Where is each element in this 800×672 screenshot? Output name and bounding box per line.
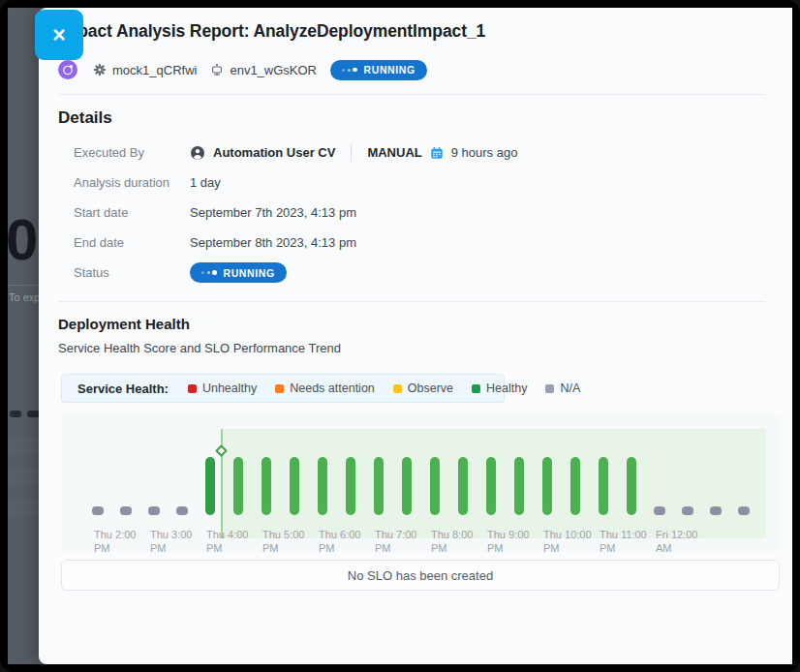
value-divider: [351, 144, 352, 162]
detail-row-status: Status RUNNING: [74, 258, 752, 288]
legend-item: Healthy: [472, 382, 527, 395]
health-bar[interactable]: [682, 506, 693, 515]
axis-tick-label: Thu 6:00PM: [319, 528, 381, 555]
legend-label: Healthy: [486, 382, 527, 395]
detail-row-end-date: End date September 8th 2023, 4:13 pm: [74, 228, 752, 258]
start-date-value: September 7th 2023, 4:13 pm: [190, 205, 356, 220]
health-bar[interactable]: [92, 506, 104, 515]
impact-analysis-drawer: Impact Analysis Report: AnalyzeDeploymen…: [39, 8, 792, 664]
status-badge-label: RUNNING: [364, 64, 415, 76]
slo-empty-text: No SLO has been created: [348, 568, 493, 583]
pipeline-name: mock1_qCRfwi: [112, 63, 197, 77]
detail-row-start-date: Start date September 7th 2023, 4:13 pm: [74, 198, 752, 228]
screenshot: 0 To exp Impact Analysis Report: Analyze…: [0, 0, 800, 672]
report-meta-row: mock1_qCRfwi env1_wGsKOR RUNNING: [58, 58, 427, 81]
axis-tick-label: Thu 11:00PM: [600, 528, 662, 555]
health-bar[interactable]: [402, 457, 412, 515]
legend-items: UnhealthyNeeds attentionObserveHealthyN/…: [188, 382, 580, 395]
detail-row-analysis-duration: Analysis duration 1 day: [74, 168, 752, 198]
health-bar[interactable]: [430, 457, 440, 515]
analysis-duration-value: 1 day: [190, 175, 221, 190]
legend-item: Observe: [393, 382, 453, 395]
axis-tick-label: Thu 7:00PM: [375, 528, 437, 555]
health-bar[interactable]: [738, 506, 750, 515]
pipeline-ref: mock1_qCRfwi: [93, 63, 197, 77]
background-row: [8, 500, 41, 517]
status-value: RUNNING: [224, 267, 275, 279]
details-heading: Details: [58, 108, 112, 128]
health-bar[interactable]: [233, 457, 243, 515]
axis-tick-label: Fri 12:00AM: [656, 528, 718, 555]
background-row: [8, 438, 41, 455]
health-bar[interactable]: [290, 457, 299, 515]
health-bar[interactable]: [205, 457, 215, 515]
legend-label: Unhealthy: [202, 382, 257, 395]
health-bar[interactable]: [318, 457, 327, 515]
page-title: Impact Analysis Report: AnalyzeDeploymen…: [58, 21, 485, 42]
axis-tick-label: Thu 5:00PM: [262, 528, 324, 555]
chart-subtitle: Service Health Score and SLO Performance…: [58, 341, 341, 355]
health-bar[interactable]: [374, 457, 384, 515]
legend-label: Needs attention: [290, 382, 375, 395]
environment-ref: env1_wGsKOR: [210, 63, 317, 77]
slo-empty-state: No SLO has been created: [61, 560, 780, 591]
legend-swatch-icon: [275, 384, 284, 393]
axis-tick-label: Thu 8:00PM: [431, 528, 493, 555]
running-dots-icon: [342, 68, 357, 73]
axis-tick-label: Thu 4:00PM: [206, 528, 268, 555]
section-divider: [58, 301, 765, 302]
health-bar[interactable]: [176, 506, 188, 515]
background-count: 0: [8, 211, 38, 269]
background-bar: [10, 411, 21, 417]
environment-name: env1_wGsKOR: [230, 63, 317, 77]
axis-tick-label: Thu 2:00PM: [94, 528, 156, 555]
legend-swatch-icon: [545, 384, 554, 393]
legend-item: Unhealthy: [188, 382, 257, 395]
health-bar[interactable]: [542, 457, 552, 515]
axis-tick-label: Thu 10:00PM: [543, 528, 605, 555]
health-bar[interactable]: [570, 457, 580, 515]
axis-tick-label: Thu 3:00PM: [150, 528, 212, 555]
legend-label: N/A: [560, 382, 580, 395]
background-divider: [8, 285, 41, 286]
health-bar[interactable]: [514, 457, 524, 515]
detail-row-executed-by: Executed By Automation User CV MANUAL: [74, 137, 752, 168]
health-bar[interactable]: [262, 457, 271, 515]
close-button[interactable]: ×: [35, 10, 83, 60]
end-date-value: September 8th 2023, 4:13 pm: [190, 235, 356, 250]
legend-title: Service Health:: [77, 382, 169, 396]
health-bar[interactable]: [599, 457, 608, 515]
health-bar[interactable]: [710, 506, 722, 515]
close-icon: ×: [52, 22, 65, 47]
service-health-legend: Service Health: UnhealthyNeeds attention…: [61, 374, 505, 403]
service-avatar-icon: [58, 60, 77, 79]
health-bar[interactable]: [346, 457, 355, 515]
legend-item: Needs attention: [275, 382, 375, 395]
calendar-icon: [430, 146, 444, 160]
legend-item: N/A: [545, 382, 580, 395]
deployment-health-heading: Deployment Health: [58, 316, 190, 332]
legend-label: Observe: [408, 382, 453, 395]
health-chart: Thu 2:00PMThu 3:00PMThu 4:00PMThu 5:00PM…: [61, 414, 780, 552]
executed-time: 9 hours ago: [451, 145, 518, 160]
status-badge: RUNNING: [190, 262, 287, 283]
status-badge: RUNNING: [330, 60, 427, 80]
background-hint-text: To exp: [9, 291, 40, 303]
executed-by-user: Automation User CV: [213, 145, 335, 160]
axis-tick-label: Thu 9:00PM: [487, 528, 549, 555]
health-bar[interactable]: [120, 506, 132, 515]
details-rows: Executed By Automation User CV MANUAL: [74, 137, 752, 288]
running-dots-icon: [201, 270, 217, 275]
trigger-type: MANUAL: [367, 145, 421, 160]
gear-icon: [93, 63, 107, 76]
environment-icon: [210, 63, 224, 76]
health-bar[interactable]: [458, 457, 468, 515]
health-bar[interactable]: [654, 506, 665, 515]
health-bar[interactable]: [148, 506, 160, 515]
legend-swatch-icon: [472, 384, 480, 393]
legend-swatch-icon: [393, 384, 402, 393]
health-bar[interactable]: [486, 457, 496, 515]
background-row: [8, 469, 41, 486]
health-bar[interactable]: [627, 457, 636, 515]
user-icon: [190, 145, 205, 161]
